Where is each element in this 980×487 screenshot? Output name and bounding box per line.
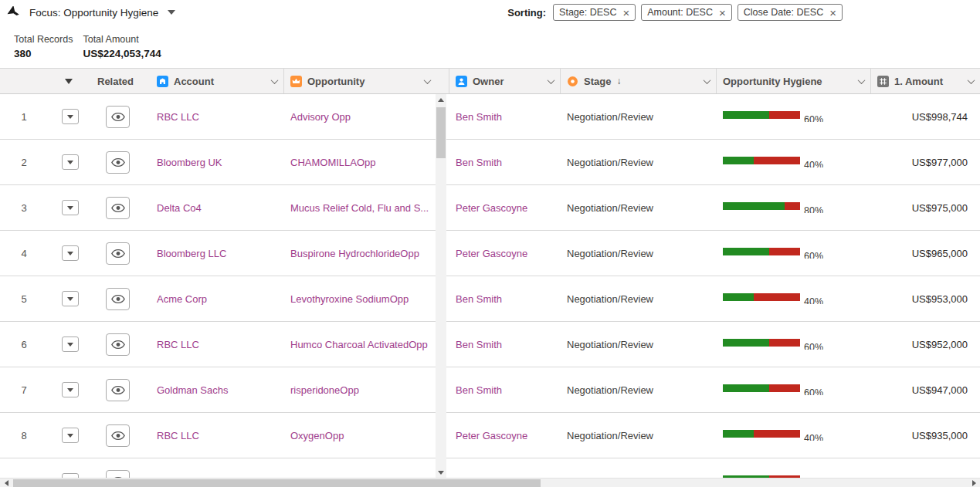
owner-link[interactable]: Peter Gascoyne [456, 248, 527, 259]
account-link[interactable]: RBC LLC [157, 339, 199, 350]
opportunity-link[interactable]: Mucus Relief Cold, Flu and S... [290, 202, 429, 214]
hygiene-column-menu-icon[interactable] [858, 76, 866, 84]
table-row: 3 Delta Co4 Mucus Relief Cold, Flu and S… [0, 185, 980, 231]
row-preview-button[interactable] [106, 151, 130, 174]
hygiene-percent-label: 80% [804, 205, 823, 213]
owner-link[interactable]: Peter Gascoyne [456, 430, 527, 441]
header-hygiene[interactable]: Opportunity Hygiene [717, 69, 871, 93]
row-number: 4 [0, 248, 48, 259]
focus-funnel-icon [6, 6, 23, 19]
account-link[interactable]: Goldman Sachs [157, 384, 229, 396]
owner-link[interactable]: Peter Gascoyne [456, 202, 527, 214]
row-preview-button[interactable] [106, 379, 130, 401]
eye-icon [110, 203, 126, 213]
vertical-scrollbar[interactable] [436, 94, 446, 478]
chip-close-icon[interactable]: × [719, 7, 726, 19]
opportunity-column-menu-icon[interactable] [424, 76, 432, 84]
opportunity-link[interactable]: OxygenOpp [290, 430, 344, 441]
account-link[interactable]: Delta Co4 [157, 202, 202, 214]
account-link[interactable]: Acme Corp [157, 293, 207, 305]
account-link[interactable]: RBC LLC [157, 111, 199, 123]
scroll-right-button[interactable] [968, 479, 980, 487]
amount-value: US$998,744 [871, 111, 980, 123]
header-owner[interactable]: Owner [449, 69, 561, 93]
header-amount[interactable]: 1. Amount [871, 69, 980, 93]
stage-column-menu-icon[interactable] [704, 76, 711, 84]
row-preview-button[interactable] [106, 242, 130, 265]
chip-close-icon[interactable]: × [829, 7, 836, 19]
row-preview-button[interactable] [106, 106, 130, 128]
hygiene-bar [723, 157, 800, 164]
hygiene-cell: 60% [717, 339, 871, 350]
focus-selector[interactable]: Focus: Opportunity Hygiene [6, 6, 175, 19]
row-preview-button[interactable] [106, 197, 130, 219]
account-link[interactable]: RBC LLC [157, 430, 199, 441]
hygiene-cell: 60% [717, 111, 871, 122]
owner-link[interactable]: Ben Smith [456, 293, 502, 305]
account-link[interactable]: Bloomberg LLC [157, 248, 226, 259]
row-number: 3 [0, 202, 48, 214]
row-actions-dropdown-button[interactable] [62, 245, 79, 261]
owner-link[interactable]: Ben Smith [456, 157, 502, 168]
opportunity-cell: risperidoneOpp [284, 384, 449, 396]
amount-value: US$935,000 [871, 430, 980, 441]
account-link[interactable]: Bloomberg UK [157, 157, 222, 168]
account-cell: Bloomberg LLC [151, 248, 284, 259]
hygiene-percent-label: 60% [804, 251, 823, 259]
account-cell: RBC LLC [151, 111, 284, 123]
horizontal-scrollbar-thumb[interactable] [13, 479, 541, 487]
opportunity-link[interactable]: Advisory Opp [290, 111, 351, 123]
dropdown-caret-icon [67, 252, 73, 255]
stage-value: Negotiation/Review [561, 157, 717, 168]
row-actions-dropdown-button[interactable] [62, 428, 79, 443]
account-cell: Delta Co4 [151, 202, 284, 214]
row-actions-dropdown-button[interactable] [62, 337, 79, 352]
row-preview-button[interactable] [106, 424, 130, 447]
header-stage[interactable]: Stage ↓ [561, 69, 717, 93]
vertical-scrollbar-thumb[interactable] [436, 107, 446, 158]
row-actions-dropdown-button[interactable] [62, 291, 79, 306]
dropdown-caret-icon [67, 388, 73, 392]
hygiene-percent-label: 60% [804, 114, 823, 122]
row-preview-button[interactable] [106, 333, 130, 356]
opportunity-link[interactable]: Humco Charcoal ActivatedOpp [290, 339, 428, 350]
header-filter-cell[interactable] [48, 69, 91, 93]
scroll-left-button[interactable] [0, 479, 12, 487]
sort-chips: Stage: DESC × Amount: DESC × Close Date:… [553, 4, 843, 21]
opportunity-link[interactable]: CHAMOMILLAOpp [290, 157, 376, 168]
row-actions-dropdown-button[interactable] [62, 154, 79, 170]
hygiene-bar-green [723, 293, 754, 301]
hygiene-bar [723, 430, 800, 438]
stage-value: Negotiation/Review [561, 248, 717, 259]
header-related-label: Related [97, 76, 134, 87]
row-menu-cell [48, 154, 91, 170]
opportunity-link[interactable]: risperidoneOpp [290, 384, 359, 396]
account-cell: Acme Corp [151, 293, 284, 305]
sort-chip-label: Stage: DESC [559, 7, 616, 18]
arrow-right-icon [972, 480, 976, 486]
owner-column-menu-icon[interactable] [548, 76, 555, 84]
chip-close-icon[interactable]: × [622, 7, 629, 19]
row-preview-button[interactable] [106, 470, 130, 479]
row-preview-button[interactable] [106, 288, 130, 310]
opportunity-cell: OxygenOpp [284, 430, 449, 441]
scroll-up-button[interactable] [436, 94, 446, 106]
owner-link[interactable]: Ben Smith [456, 339, 502, 350]
scroll-down-button[interactable] [436, 467, 446, 478]
row-number: 7 [0, 384, 48, 396]
owner-link[interactable]: Ben Smith [456, 111, 502, 123]
row-actions-dropdown-button[interactable] [62, 200, 79, 215]
opportunity-link[interactable]: Levothyroxine SodiumOpp [290, 293, 409, 305]
header-account[interactable]: Account [151, 69, 284, 93]
owner-link[interactable]: Ben Smith [456, 384, 502, 396]
opportunity-link[interactable]: Buspirone HydrochlorideOpp [290, 248, 419, 259]
account-cell: RBC LLC [151, 339, 284, 350]
owner-cell: Ben Smith [449, 384, 561, 396]
horizontal-scrollbar[interactable] [0, 478, 980, 487]
row-actions-dropdown-button[interactable] [62, 109, 79, 124]
amount-column-menu-icon[interactable] [968, 76, 975, 84]
account-column-menu-icon[interactable] [271, 76, 279, 84]
hygiene-bar [723, 339, 800, 347]
row-actions-dropdown-button[interactable] [62, 382, 79, 397]
header-opportunity[interactable]: Opportunity [284, 69, 449, 93]
